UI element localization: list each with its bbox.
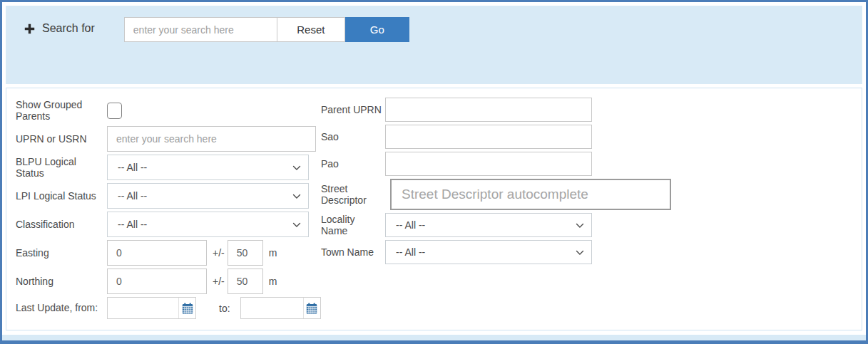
last-update-from-input[interactable] bbox=[108, 298, 178, 318]
plus-icon[interactable] bbox=[24, 24, 35, 37]
classification-label: Classification bbox=[16, 219, 107, 230]
locality-name-row: Locality Name -- All -- bbox=[321, 213, 862, 237]
go-button[interactable]: Go bbox=[345, 17, 409, 42]
last-update-label: Last Update, from: bbox=[16, 302, 107, 313]
search-for-label: Search for bbox=[42, 22, 95, 35]
parent-uprn-row: Parent UPRN bbox=[321, 98, 862, 122]
sao-row: Sao bbox=[321, 125, 862, 149]
sao-input[interactable] bbox=[385, 125, 592, 149]
last-update-from-group bbox=[107, 297, 196, 319]
advanced-search-panel: Show Grouped Parents UPRN or USRN BLPU L… bbox=[6, 88, 862, 330]
classification-select[interactable]: -- All -- bbox=[108, 212, 308, 236]
pao-row: Pao bbox=[321, 152, 862, 176]
last-update-to-group bbox=[240, 297, 321, 319]
blpu-status-label: BLPU Logical Status bbox=[16, 156, 107, 179]
classification-select-wrap: -- All -- bbox=[107, 212, 309, 237]
northing-plus-minus-label: +/- bbox=[213, 276, 225, 287]
form-left-column: Show Grouped Parents UPRN or USRN BLPU L… bbox=[16, 98, 321, 330]
uprn-usrn-row: UPRN or USRN bbox=[16, 126, 321, 152]
search-panel: Search for Reset Go bbox=[6, 6, 862, 84]
locality-name-select[interactable]: -- All -- bbox=[386, 214, 591, 236]
main-search-input[interactable] bbox=[124, 17, 277, 42]
street-descriptor-label: Street Descriptor bbox=[321, 183, 385, 206]
sao-label: Sao bbox=[321, 131, 385, 142]
northing-tolerance-input[interactable] bbox=[228, 269, 263, 294]
last-update-to-input[interactable] bbox=[241, 298, 303, 318]
locality-name-select-wrap: -- All -- bbox=[385, 213, 592, 237]
town-name-label: Town Name bbox=[321, 246, 385, 258]
grouped-parents-row: Show Grouped Parents bbox=[16, 98, 321, 123]
search-group: Reset Go bbox=[124, 17, 409, 42]
northing-row: Northing +/- m bbox=[16, 269, 321, 294]
northing-label: Northing bbox=[16, 276, 107, 287]
northing-unit-label: m bbox=[269, 276, 277, 287]
parent-uprn-input[interactable] bbox=[385, 98, 592, 122]
lpi-status-select[interactable]: -- All -- bbox=[108, 184, 308, 208]
classification-row: Classification -- All -- bbox=[16, 212, 321, 237]
uprn-usrn-label: UPRN or USRN bbox=[16, 133, 107, 145]
last-update-to-label: to: bbox=[219, 303, 230, 314]
show-grouped-parents-checkbox[interactable] bbox=[107, 103, 122, 119]
bottom-edge-strip bbox=[2, 335, 866, 340]
calendar-icon[interactable] bbox=[178, 298, 195, 318]
lpi-status-select-wrap: -- All -- bbox=[107, 183, 309, 209]
last-update-row: Last Update, from: bbox=[16, 297, 321, 319]
reset-button[interactable]: Reset bbox=[277, 17, 345, 42]
blpu-status-select-wrap: -- All -- bbox=[107, 155, 309, 180]
easting-row: Easting +/- m bbox=[16, 240, 321, 266]
pao-label: Pao bbox=[321, 158, 385, 170]
uprn-usrn-input[interactable] bbox=[107, 126, 316, 152]
parent-uprn-label: Parent UPRN bbox=[321, 104, 385, 115]
street-descriptor-row: Street Descriptor bbox=[321, 179, 862, 210]
easting-label: Easting bbox=[16, 247, 107, 259]
blpu-status-select[interactable]: -- All -- bbox=[108, 155, 308, 179]
lpi-status-label: LPI Logical Status bbox=[16, 190, 107, 202]
blpu-status-row: BLPU Logical Status -- All -- bbox=[16, 155, 321, 180]
pao-input[interactable] bbox=[385, 152, 592, 176]
town-name-row: Town Name -- All -- bbox=[321, 240, 862, 264]
form-right-column: Parent UPRN Sao Pao Street Descriptor Lo… bbox=[321, 98, 862, 330]
street-descriptor-input[interactable] bbox=[390, 179, 671, 210]
locality-name-label: Locality Name bbox=[321, 214, 385, 236]
grouped-parents-label: Show Grouped Parents bbox=[16, 99, 107, 122]
northing-input[interactable] bbox=[107, 269, 207, 294]
easting-plus-minus-label: +/- bbox=[213, 247, 225, 259]
town-name-select-wrap: -- All -- bbox=[385, 240, 592, 264]
calendar-icon[interactable] bbox=[303, 298, 320, 318]
town-name-select[interactable]: -- All -- bbox=[386, 241, 591, 264]
app-frame: Search for Reset Go Show Grouped Parents… bbox=[0, 0, 868, 344]
lpi-status-row: LPI Logical Status -- All -- bbox=[16, 183, 321, 209]
easting-unit-label: m bbox=[269, 247, 277, 259]
easting-tolerance-input[interactable] bbox=[228, 240, 263, 266]
easting-input[interactable] bbox=[107, 240, 207, 266]
